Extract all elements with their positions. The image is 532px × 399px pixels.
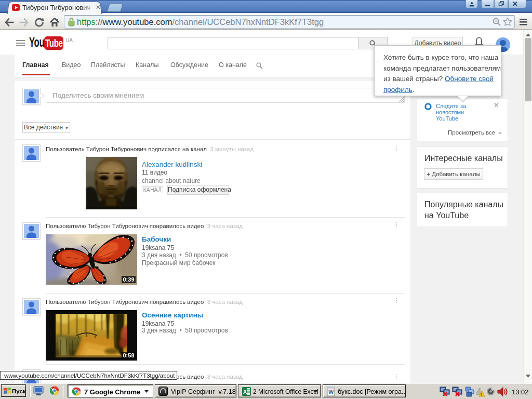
svg-text:W: W xyxy=(328,389,334,395)
svg-text:13:02: 13:02 xyxy=(512,388,529,396)
svg-text:X: X xyxy=(243,389,247,395)
svg-text:!: ! xyxy=(481,392,483,397)
